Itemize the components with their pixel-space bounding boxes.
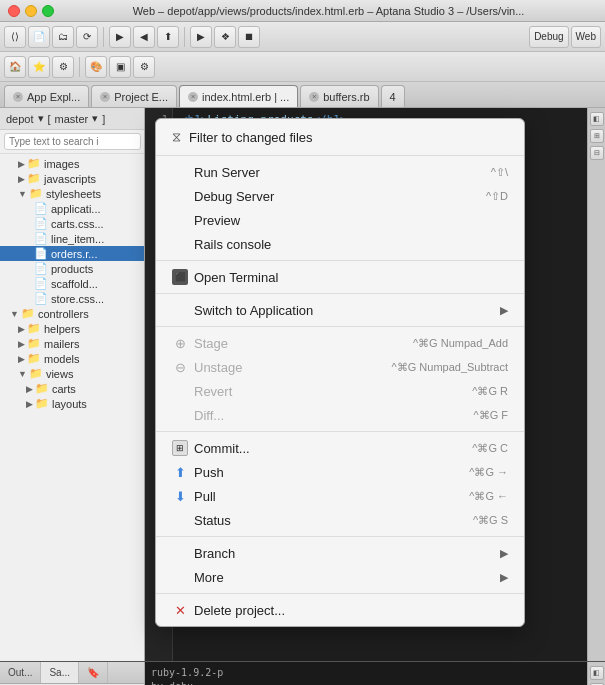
menu-item-preview[interactable]: Preview	[156, 208, 524, 232]
tree-item-mailers[interactable]: ▶ 📁 mailers	[0, 336, 144, 351]
menu-item-run-server-shortcut: ^⇧\	[491, 166, 508, 179]
menu-item-pull-shortcut: ^⌘G ←	[469, 490, 508, 503]
tree-item-stylesheets[interactable]: ▼ 📁 stylesheets	[0, 186, 144, 201]
switch-app-icon	[172, 302, 188, 318]
bottom-tab-sa[interactable]: Sa...	[41, 662, 79, 683]
search-input[interactable]	[4, 133, 141, 150]
maximize-button[interactable]	[42, 5, 54, 17]
bottom-tab-bookmark[interactable]: 🔖	[79, 662, 108, 683]
toolbar-home[interactable]: 🏠	[4, 56, 26, 78]
tab-buffers-rb[interactable]: × buffers.rb	[300, 85, 378, 107]
toolbar-btn-4[interactable]: ⟳	[76, 26, 98, 48]
sidebar-btn-2[interactable]: ⊞	[590, 129, 604, 143]
menu-section-server: Run Server ^⇧\ Debug Server ^⇧D Preview …	[156, 156, 524, 261]
tree-item-application[interactable]: 📄 applicati...	[0, 201, 144, 216]
tree-item-line-item[interactable]: 📄 line_item...	[0, 231, 144, 246]
debug-tab-btn[interactable]: Debug	[529, 26, 568, 48]
toolbar-btn-8[interactable]: ❖	[214, 26, 236, 48]
tree-item-views[interactable]: ▼ 📁 views	[0, 366, 144, 381]
title-bar: Web – depot/app/views/products/index.htm…	[0, 0, 605, 22]
tree-item-carts[interactable]: ▶ 📁 carts	[0, 381, 144, 396]
tree-item-carts-css[interactable]: 📄 carts.css...	[0, 216, 144, 231]
toolbar-btn-1[interactable]: ⟨⟩	[4, 26, 26, 48]
tree-item-helpers[interactable]: ▶ 📁 helpers	[0, 321, 144, 336]
tab-project-explorer[interactable]: × Project E...	[91, 85, 177, 107]
menu-section-branch: Branch ▶ More ▶	[156, 537, 524, 594]
bottom-sidebar-btn-1[interactable]: ◧	[590, 666, 604, 680]
file-icon-line-item: 📄	[34, 232, 48, 245]
tree-item-layouts[interactable]: ▶ 📁 layouts	[0, 396, 144, 411]
toolbar-color[interactable]: 🎨	[85, 56, 107, 78]
branch-bracket-open: [	[48, 113, 51, 125]
left-panel: depot ▾ [ master ▾ ] ▶ 📁 images ▶ 📁 java…	[0, 108, 145, 661]
menu-item-commit[interactable]: ⊞ Commit... ^⌘G C	[156, 436, 524, 460]
tree-item-images[interactable]: ▶ 📁 images	[0, 156, 144, 171]
tab-close-app[interactable]: ×	[13, 92, 23, 102]
folder-icon-controllers: 📁	[21, 307, 35, 320]
tree-label-orders: orders.r...	[51, 248, 97, 260]
toolbar-btn-9[interactable]: ⏹	[238, 26, 260, 48]
toolbar-sep-1	[103, 27, 104, 47]
bottom-tab-out[interactable]: Out...	[0, 662, 41, 683]
diff-icon	[172, 407, 188, 423]
switch-app-arrow: ▶	[500, 304, 508, 317]
tree-arrow-carts: ▶	[26, 384, 33, 394]
web-tab-btn[interactable]: Web	[571, 26, 601, 48]
tree-item-scaffold[interactable]: 📄 scaffold...	[0, 276, 144, 291]
tab-close-index[interactable]: ×	[188, 92, 198, 102]
menu-item-rails-console[interactable]: Rails console	[156, 232, 524, 256]
preview-icon	[172, 212, 188, 228]
menu-item-unstage: ⊖ Unstage ^⌘G Numpad_Subtract	[156, 355, 524, 379]
folder-icon-carts: 📁	[35, 382, 49, 395]
bottom-area: Out... Sa... 🔖 Bundle Development (11) ▶…	[0, 661, 605, 685]
tree-item-models[interactable]: ▶ 📁 models	[0, 351, 144, 366]
tab-4[interactable]: 4	[381, 85, 405, 107]
folder-icon-views: 📁	[29, 367, 43, 380]
toolbar-palette[interactable]: ▣	[109, 56, 131, 78]
menu-item-run-server[interactable]: Run Server ^⇧\	[156, 160, 524, 184]
terminal-icon: ⬛	[172, 269, 188, 285]
toolbar-btn-run[interactable]: ▶	[190, 26, 212, 48]
tab-close-proj[interactable]: ×	[100, 92, 110, 102]
tab-label-buffers: buffers.rb	[323, 91, 369, 103]
menu-section-git-ops: ⊞ Commit... ^⌘G C ⬆ Push ^⌘G → ⬇ Pull ^⌘…	[156, 432, 524, 537]
tree-item-javascripts[interactable]: ▶ 📁 javascripts	[0, 171, 144, 186]
search-bar	[0, 130, 144, 154]
sidebar-btn-1[interactable]: ◧	[590, 112, 604, 126]
menu-section-staging: ⊕ Stage ^⌘G Numpad_Add ⊖ Unstage ^⌘G Num…	[156, 327, 524, 432]
toolbar-btn-3[interactable]: 🗂	[52, 26, 74, 48]
bottom-right-terminal[interactable]: ruby-1.9.2-p by-debu /development [2012-…	[145, 662, 587, 685]
toolbar-btn-5[interactable]: ▶	[109, 26, 131, 48]
tree-label-views: views	[46, 368, 74, 380]
toolbar-btn-2[interactable]: 📄	[28, 26, 50, 48]
toolbar-star[interactable]: ⭐	[28, 56, 50, 78]
rails-console-icon	[172, 236, 188, 252]
menu-item-more[interactable]: More ▶	[156, 565, 524, 589]
toolbar-gear[interactable]: ⚙	[52, 56, 74, 78]
sidebar-btn-3[interactable]: ⊟	[590, 146, 604, 160]
menu-item-open-terminal[interactable]: ⬛ Open Terminal	[156, 265, 524, 289]
menu-item-status[interactable]: Status ^⌘G S	[156, 508, 524, 532]
toolbar-btn-6[interactable]: ◀	[133, 26, 155, 48]
menu-item-debug-server[interactable]: Debug Server ^⇧D	[156, 184, 524, 208]
tree-item-products[interactable]: 📄 products	[0, 261, 144, 276]
tab-close-buffers[interactable]: ×	[309, 92, 319, 102]
close-button[interactable]	[8, 5, 20, 17]
menu-item-filter[interactable]: ⧖ Filter to changed files	[156, 123, 524, 151]
tab-index-erb[interactable]: × index.html.erb | ...	[179, 85, 298, 107]
menu-item-delete-project[interactable]: ✕ Delete project...	[156, 598, 524, 622]
tree-item-controllers[interactable]: ▼ 📁 controllers	[0, 306, 144, 321]
minimize-button[interactable]	[25, 5, 37, 17]
tree-item-orders[interactable]: 📄 orders.r...	[0, 246, 144, 261]
menu-item-branch[interactable]: Branch ▶	[156, 541, 524, 565]
menu-item-push[interactable]: ⬆ Push ^⌘G →	[156, 460, 524, 484]
tree-label-images: images	[44, 158, 79, 170]
tab-app-explorer[interactable]: × App Expl...	[4, 85, 89, 107]
menu-item-pull[interactable]: ⬇ Pull ^⌘G ←	[156, 484, 524, 508]
menu-item-revert-shortcut: ^⌘G R	[472, 385, 508, 398]
menu-item-diff: Diff... ^⌘G F	[156, 403, 524, 427]
toolbar-btn-7[interactable]: ⬆	[157, 26, 179, 48]
toolbar-gear2[interactable]: ⚙	[133, 56, 155, 78]
tree-item-store-css[interactable]: 📄 store.css...	[0, 291, 144, 306]
menu-item-switch-app[interactable]: Switch to Application ▶	[156, 298, 524, 322]
